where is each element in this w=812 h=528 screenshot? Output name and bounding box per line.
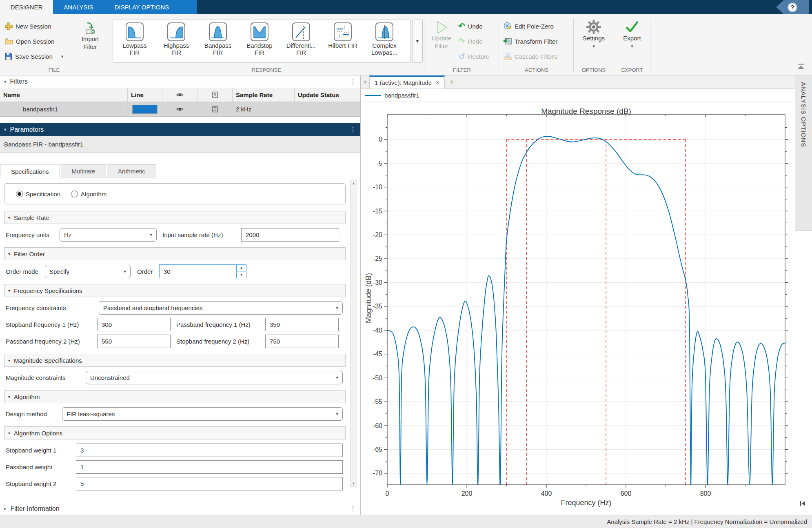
add-tab-button[interactable]: + [445, 75, 459, 89]
save-session-button[interactable]: Save Session ▾ [5, 50, 63, 62]
import-filter-button[interactable]: ImportFilter [78, 22, 103, 51]
export-caret-icon: ▾ [631, 44, 633, 49]
ribbon-group-file: New Session Open Session Save Session ▾ … [0, 14, 108, 75]
stepper-down-icon[interactable]: ▼ [237, 272, 246, 278]
tab-arithmetic[interactable]: Arithmetic [107, 164, 156, 178]
svg-text:-40: -40 [373, 327, 382, 334]
tab-multirate[interactable]: Multirate [61, 164, 106, 178]
input-sample-rate-field[interactable]: 2000 [241, 228, 339, 242]
col-update-status[interactable]: Update Status [295, 88, 361, 102]
response-hilbert-fir[interactable]: j-j Hilbert FIR [322, 22, 364, 62]
stepper-buttons[interactable]: ▲▼ [236, 265, 246, 278]
section-frequency-specifications[interactable]: ▾Frequency Specifications [4, 284, 346, 297]
parameters-menu-icon[interactable]: ⋮ [350, 126, 356, 133]
stepper-up-icon[interactable]: ▲ [237, 265, 246, 272]
stopband-freq1-field[interactable]: 300 [97, 318, 171, 331]
tab-display-options[interactable]: DISPLAY OPTIONS [104, 0, 180, 14]
col-visibility[interactable] [162, 88, 197, 102]
filter-information-header[interactable]: ▸ Filter Information ⋮ [0, 502, 360, 515]
scroll-up-icon[interactable]: ▲ [352, 181, 355, 185]
chevron-down-icon: ▾ [336, 411, 338, 417]
help-button[interactable]: ? [776, 0, 809, 14]
response-bandstop-fir[interactable]: BandstopFIR [239, 22, 280, 62]
edit-pole-zero-icon [504, 22, 512, 30]
tab-analysis[interactable]: ANALYSIS [53, 0, 104, 14]
section-magnitude-specifications[interactable]: ▾Magnitude Specifications [4, 354, 346, 367]
close-tab-icon[interactable]: × [436, 79, 439, 87]
order-mode-label: Order mode [6, 268, 45, 275]
filter-table-row[interactable]: bandpassfir1 2 kHz [0, 102, 360, 117]
frequency-constraints-dropdown[interactable]: Passband and stopband frequencies▾ [99, 301, 343, 315]
response-lowpass-fir[interactable]: LowpassFIR [114, 22, 155, 62]
collapse-triangle-icon: ▾ [4, 127, 7, 132]
bandstop-shape-icon [251, 23, 268, 40]
magnitude-constraints-dropdown[interactable]: Unconstrained▾ [86, 371, 343, 384]
export-button[interactable]: Export ▾ [619, 19, 646, 49]
tab-grip-icon[interactable]: ≡ [361, 75, 369, 89]
open-session-button[interactable]: Open Session [5, 35, 63, 47]
stopband-freq2-field[interactable]: 750 [265, 335, 339, 348]
undo-button[interactable]: ↶Undo [458, 20, 489, 32]
radio-specification[interactable]: Specification [16, 191, 60, 197]
radio-algorithm[interactable]: Algorithm [71, 191, 106, 197]
parameters-section-header[interactable]: ▾ Parameters ⋮ [0, 123, 360, 136]
settings-button[interactable]: Settings ▾ [580, 19, 608, 49]
parameters-scrollbar[interactable]: ▲ ▼ [350, 180, 357, 487]
radio-selected-icon [16, 191, 23, 197]
response-highpass-fir[interactable]: HighpassFIR [155, 22, 197, 62]
cascade-filters-button[interactable]: Cascade Filters [504, 50, 557, 62]
plot-tab-magnitude[interactable]: 1 (active): Magnitude × [369, 75, 445, 89]
transform-filter-button[interactable]: Transform Filter [504, 35, 557, 47]
filter-visibility-cell[interactable] [162, 102, 197, 116]
collapse-ribbon-button[interactable] [794, 60, 808, 73]
tab-designer[interactable]: DESIGNER [0, 0, 53, 14]
response-bandpass-fir[interactable]: BandpassFIR [197, 22, 239, 62]
ribbon: New Session Open Session Save Session ▾ … [0, 14, 812, 75]
col-line[interactable]: Line [128, 88, 162, 102]
design-method-dropdown[interactable]: FIR least-squares▾ [62, 407, 343, 421]
col-sample-rate[interactable]: Sample Rate [233, 88, 295, 102]
plot-canvas[interactable]: 0-5-10-15-20-25-30-35-40-45-50-55-60-65-… [361, 102, 812, 515]
legend-label: bandpassfir1 [384, 92, 419, 99]
stopband-weight1-field[interactable]: 3 [76, 444, 343, 457]
update-filter-button[interactable]: UpdateFilter [428, 20, 455, 50]
scroll-down-icon[interactable]: ▼ [352, 481, 355, 486]
svg-text:-30: -30 [373, 279, 382, 286]
analysis-options-tab[interactable]: ANALYSIS OPTIONS [795, 75, 812, 231]
filter-line-cell[interactable] [128, 102, 162, 116]
response-differentiator-fir[interactable]: Differenti...FIR [280, 22, 322, 62]
filters-section-header[interactable]: ▾ Filters ⋮ [0, 75, 360, 88]
stopband-weight2-field[interactable]: 5 [76, 477, 343, 490]
passband-weight-field[interactable]: 1 [76, 460, 343, 474]
response-complex-lowpass[interactable]: ComplexLowpas... [364, 22, 405, 62]
filters-title: Filters [10, 78, 28, 85]
tab-specifications[interactable]: Specifications [0, 164, 60, 179]
passband-freq1-field[interactable]: 350 [265, 318, 339, 331]
new-session-button[interactable]: New Session [5, 20, 63, 32]
filters-menu-icon[interactable]: ⋮ [350, 78, 356, 86]
order-stepper[interactable]: 30 ▲▼ [159, 264, 246, 278]
edit-pole-zero-button[interactable]: Edit Pole-Zero [504, 20, 557, 32]
passband-freq2-field[interactable]: 550 [97, 335, 171, 348]
design-mode-group: Specification Algorithm [4, 183, 346, 204]
frequency-units-dropdown[interactable]: Hz▾ [60, 228, 157, 242]
parameters-tabbar: Specifications Multirate Arithmetic [0, 164, 360, 178]
filter-information-menu-icon[interactable]: ⋮ [350, 505, 356, 512]
line-color-swatch [132, 105, 158, 114]
redo-button[interactable]: ↷Redo [458, 35, 489, 47]
filters-table-header: Name Line Sample Rate Update Status [0, 88, 360, 102]
collapse-plot-panel-button[interactable] [799, 500, 806, 509]
gallery-expand-button[interactable]: ▼ [412, 20, 423, 63]
svg-text:-20: -20 [373, 231, 382, 238]
save-session-caret-icon[interactable]: ▾ [61, 54, 64, 59]
col-name[interactable]: Name [0, 88, 128, 102]
order-mode-dropdown[interactable]: Specify▾ [45, 265, 131, 278]
restore-button[interactable]: ↺Restore [458, 50, 489, 62]
section-algorithm[interactable]: ▾Algorithm [4, 390, 346, 403]
filter-info-cell[interactable] [197, 102, 233, 116]
ribbon-group-response: LowpassFIR HighpassFIR BandpassFIR Bands… [109, 14, 424, 75]
col-info[interactable] [197, 88, 233, 102]
section-filter-order[interactable]: ▾Filter Order [4, 247, 346, 260]
section-sample-rate[interactable]: ▾Sample Rate [4, 211, 346, 224]
section-algorithm-options[interactable]: ▾Algorithm Options [4, 426, 346, 439]
